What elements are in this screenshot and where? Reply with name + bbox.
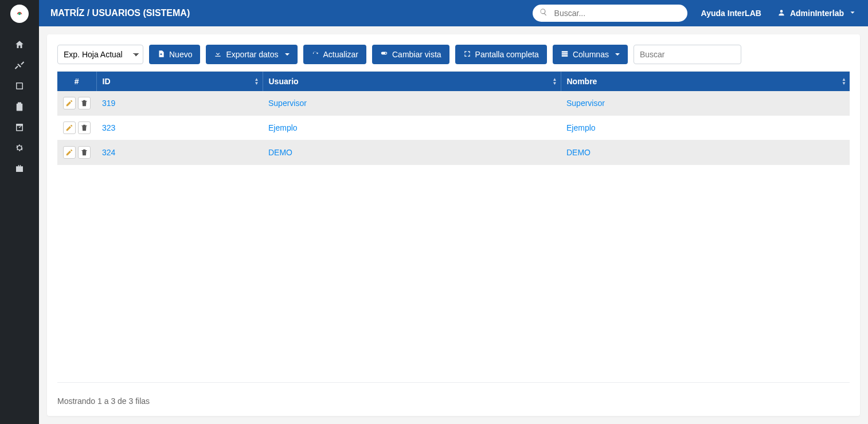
col-user-header[interactable]: Usuario ▲▼ <box>263 72 561 91</box>
content: Exp. Hoja Actual Nuevo Exportar datos <box>39 26 868 424</box>
delete-button[interactable] <box>78 97 91 109</box>
table-search-input[interactable] <box>634 45 741 64</box>
user-name: AdminInterlab <box>790 9 844 18</box>
row-name-link[interactable]: Supervisor <box>566 99 605 108</box>
edit-button[interactable] <box>63 146 76 159</box>
app-logo[interactable] <box>10 5 29 23</box>
row-user-link[interactable]: DEMO <box>268 148 292 157</box>
fullscreen-button[interactable]: Pantalla completa <box>455 45 547 64</box>
row-name-link[interactable]: DEMO <box>566 148 591 157</box>
table-row: 319SupervisorSupervisor <box>57 91 850 116</box>
global-search-input[interactable] <box>533 5 687 22</box>
user-menu[interactable]: AdminInterlab <box>777 9 857 18</box>
nav-tools-icon[interactable] <box>0 55 39 76</box>
new-button-label: Nuevo <box>169 50 192 59</box>
sort-icon: ▲▼ <box>553 77 557 85</box>
topbar: MATRÍZ / USUARIOS (SISTEMA) Ayuda InterL… <box>39 0 868 26</box>
export-button[interactable]: Exportar datos <box>206 45 297 64</box>
refresh-button[interactable]: Actualizar <box>303 45 366 64</box>
edit-button[interactable] <box>63 97 76 109</box>
nav-clipboard-icon[interactable] <box>0 96 39 117</box>
row-id-link[interactable]: 324 <box>102 148 115 157</box>
col-id-header[interactable]: ID ▲▼ <box>96 72 263 91</box>
export-scope-select[interactable]: Exp. Hoja Actual <box>57 45 143 64</box>
file-plus-icon <box>157 50 165 60</box>
table-row: 324DEMODEMO <box>57 140 850 165</box>
new-button[interactable]: Nuevo <box>149 45 200 64</box>
sort-icon: ▲▼ <box>255 77 259 85</box>
table-row: 323EjemploEjemplo <box>57 116 850 140</box>
toggle-view-button[interactable]: Cambiar vista <box>372 45 449 64</box>
refresh-icon <box>311 50 319 60</box>
export-button-label: Exportar datos <box>226 50 278 59</box>
main-area: MATRÍZ / USUARIOS (SISTEMA) Ayuda InterL… <box>39 0 868 424</box>
toggle-icon <box>380 50 388 60</box>
toggle-view-label: Cambiar vista <box>392 50 441 59</box>
svg-point-1 <box>18 13 21 15</box>
help-link[interactable]: Ayuda InterLAB <box>701 9 761 18</box>
row-name-link[interactable]: Ejemplo <box>566 123 596 132</box>
page-title: MATRÍZ / USUARIOS (SISTEMA) <box>50 8 190 18</box>
edit-button[interactable] <box>63 121 76 134</box>
fullscreen-label: Pantalla completa <box>475 50 539 59</box>
global-search <box>533 5 687 22</box>
table-wrapper: # ID ▲▼ Usuario ▲▼ Nombre ▲▼ <box>57 71 850 382</box>
search-icon <box>539 8 548 18</box>
row-id-link[interactable]: 319 <box>102 99 115 108</box>
chevron-down-icon <box>849 9 857 18</box>
download-icon <box>214 50 222 60</box>
columns-label: Columnas <box>573 50 609 59</box>
row-user-link[interactable]: Ejemplo <box>268 123 298 132</box>
delete-button[interactable] <box>78 121 91 134</box>
nav-home-icon[interactable] <box>0 34 39 55</box>
table-toolbar: Exp. Hoja Actual Nuevo Exportar datos <box>57 45 850 64</box>
delete-button[interactable] <box>78 146 91 159</box>
users-table: # ID ▲▼ Usuario ▲▼ Nombre ▲▼ <box>57 72 850 165</box>
nav-settings-icon[interactable] <box>0 138 39 158</box>
row-user-link[interactable]: Supervisor <box>268 99 307 108</box>
nav-briefcase-icon[interactable] <box>0 158 39 179</box>
table-summary: Mostrando 1 a 3 de 3 filas <box>57 382 850 406</box>
nav-book-icon[interactable] <box>0 76 39 96</box>
columns-button[interactable]: Columnas <box>553 45 628 64</box>
sidebar <box>0 0 39 424</box>
col-name-header[interactable]: Nombre ▲▼ <box>561 72 850 91</box>
columns-icon <box>561 50 569 60</box>
col-actions-header[interactable]: # <box>57 72 96 91</box>
sort-icon: ▲▼ <box>842 77 846 85</box>
card: Exp. Hoja Actual Nuevo Exportar datos <box>47 34 860 416</box>
row-id-link[interactable]: 323 <box>102 123 115 132</box>
expand-icon <box>463 50 471 60</box>
refresh-button-label: Actualizar <box>323 50 358 59</box>
user-icon <box>777 9 785 18</box>
nav-calendar-icon[interactable] <box>0 117 39 138</box>
